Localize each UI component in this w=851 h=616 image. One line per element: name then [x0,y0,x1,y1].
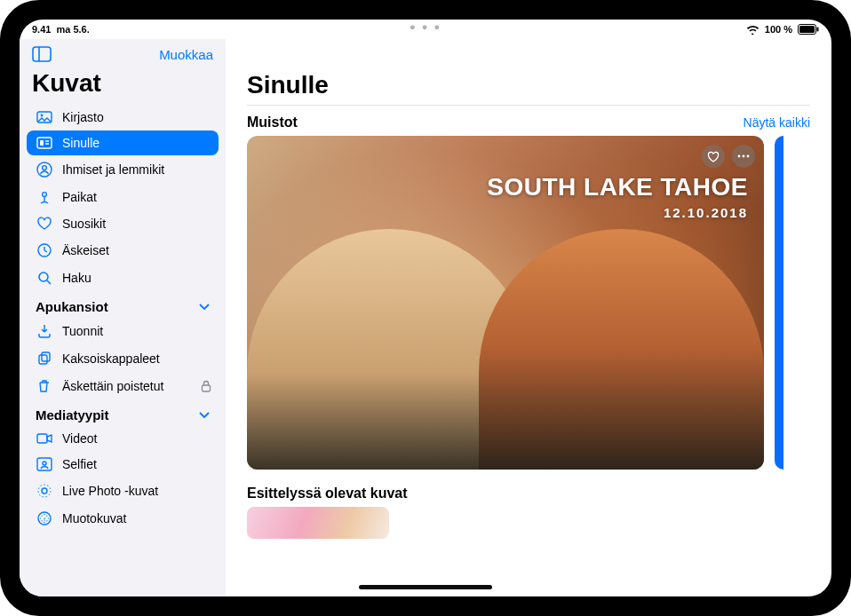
featured-label: Esittelyssä olevat kuvat [247,470,810,507]
svg-rect-1 [799,26,815,33]
status-date: ma 5.6. [56,24,89,35]
sidebar-item-label: Tuonnit [62,324,103,338]
search-icon [36,270,53,286]
section-label: Apukansiot [36,299,108,314]
svg-point-6 [41,115,44,117]
favorite-memory-button[interactable] [702,145,725,168]
heart-icon [36,217,53,231]
sidebar-item-label: Kirjasto [62,110,104,124]
sidebar-item-for-you[interactable]: Sinulle [27,130,219,155]
sidebar-section-utilities[interactable]: Apukansiot [27,292,219,318]
sidebar-item-label: Kaksoiskappaleet [62,351,160,366]
main-content: Sinulle Muistot Näytä kaikki [226,39,831,596]
video-icon [36,432,53,445]
lock-icon [201,380,211,392]
people-icon [36,162,53,178]
svg-rect-17 [39,355,47,364]
svg-rect-20 [37,434,47,443]
sidebar-item-label: Muotokuvat [62,511,126,525]
sidebar-item-label: Ihmiset ja lemmikit [62,162,164,177]
sidebar-item-label: Äskeiset [62,243,109,257]
svg-text:f: f [44,517,45,522]
memory-date: 12.10.2018 [487,205,748,220]
memory-title: SOUTH LAKE TAHOE [487,173,748,201]
memory-card-peek[interactable] [775,136,783,470]
svg-point-28 [743,155,745,158]
svg-rect-7 [37,138,52,148]
sidebar-item-label: Äskettäin poistetut [62,379,163,393]
svg-rect-21 [37,458,52,470]
svg-point-29 [747,155,750,158]
svg-point-12 [43,166,47,170]
chevron-down-icon [199,304,210,311]
svg-point-27 [738,155,741,158]
page-title: Sinulle [247,48,810,106]
sidebar-section-mediatypes[interactable]: Mediatyypit [27,400,219,426]
sidebar-item-library[interactable]: Kirjasto [27,105,219,130]
clock-icon [36,242,53,258]
svg-rect-18 [42,352,50,361]
status-time: 9.41 [32,24,51,35]
sidebar-item-recently-deleted[interactable]: Äskettäin poistetut [27,373,219,399]
portrait-icon: f [36,510,53,526]
svg-point-13 [43,193,47,197]
featured-photo-thumb[interactable] [247,507,389,539]
battery-icon [798,24,819,35]
sidebar-item-videos[interactable]: Videot [27,426,219,451]
svg-point-15 [39,272,48,281]
memory-card[interactable]: SOUTH LAKE TAHOE 12.10.2018 [247,136,764,470]
duplicates-icon [36,351,53,367]
sidebar-item-label: Videot [62,431,97,446]
app-title: Kuvat [27,67,219,105]
sidebar-item-recents[interactable]: Äskeiset [27,237,219,264]
sidebar-item-label: Haku [62,271,91,285]
chevron-down-icon [199,412,210,419]
memories-label: Muistot [247,115,298,130]
sidebar-item-search[interactable]: Haku [27,265,219,291]
live-photo-icon [36,483,53,499]
sidebar-item-places[interactable]: Paikat [27,184,219,210]
multitask-menu-icon[interactable]: ● ● ● [410,21,441,32]
selfie-icon [36,457,53,471]
import-icon [36,323,53,339]
places-icon [36,189,53,205]
sidebar-item-label: Sinulle [62,136,99,150]
trash-icon [36,378,53,394]
svg-rect-2 [817,28,819,32]
show-all-button[interactable]: Näytä kaikki [744,115,810,130]
svg-point-22 [43,462,46,465]
sidebar-item-label: Paikat [62,190,97,204]
svg-point-24 [38,485,51,497]
edit-button[interactable]: Muokkaa [159,47,213,62]
sidebar-item-selfies[interactable]: Selfiet [27,452,219,477]
sidebar-toggle-icon[interactable] [32,46,52,62]
home-indicator[interactable] [359,585,492,589]
svg-point-23 [42,488,47,494]
wifi-icon [746,25,760,35]
sidebar: Muokkaa Kuvat Kirjasto Sinulle Ihmiset j… [20,39,226,596]
library-icon [36,111,53,123]
memory-more-button[interactable] [732,145,755,168]
section-label: Mediatyypit [36,407,109,423]
svg-rect-8 [40,140,44,146]
svg-line-16 [47,280,51,284]
for-you-icon [36,137,53,149]
sidebar-item-live-photos[interactable]: Live Photo ‑kuvat [27,478,219,504]
sidebar-item-favorites[interactable]: Suosikit [27,211,219,236]
sidebar-item-label: Selfiet [62,457,97,471]
svg-rect-19 [203,385,211,391]
sidebar-item-label: Live Photo ‑kuvat [62,484,158,498]
sidebar-item-duplicates[interactable]: Kaksoiskappaleet [27,345,219,372]
sidebar-item-imports[interactable]: Tuonnit [27,318,219,344]
svg-rect-3 [33,47,51,61]
sidebar-item-portraits[interactable]: f Muotokuvat [27,505,219,532]
sidebar-item-people[interactable]: Ihmiset ja lemmikit [27,156,219,183]
sidebar-item-label: Suosikit [62,217,106,231]
status-battery-text: 100 % [765,24,792,35]
